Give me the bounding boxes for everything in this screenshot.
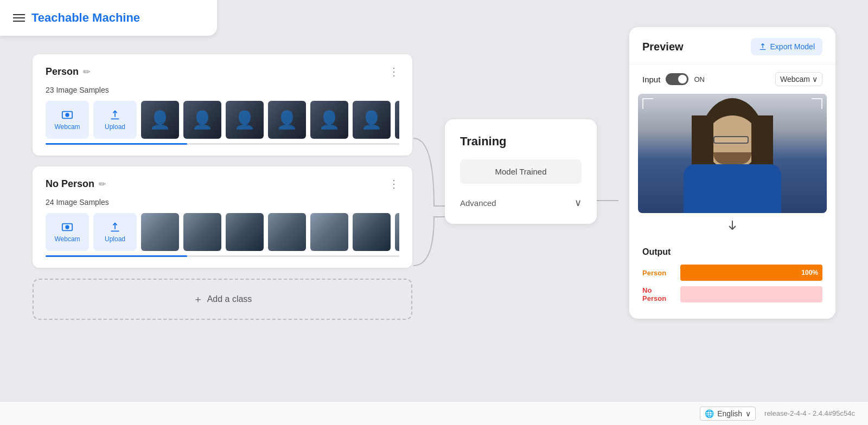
progress-bar-person: 100%	[680, 265, 822, 281]
header: Teachable Machine	[0, 0, 217, 36]
samples-row-person: Webcam Upload	[46, 101, 399, 139]
thumbnail-person-7	[395, 101, 399, 139]
chevron-down-icon-webcam: ∨	[812, 75, 818, 83]
preview-title: Preview	[642, 41, 684, 53]
output-class-name-person: Person	[642, 269, 675, 277]
advanced-row[interactable]: Advanced ∨	[460, 192, 582, 213]
class-header-noperson: No Person ✏ ⋮	[46, 177, 399, 190]
input-toggle[interactable]	[666, 73, 688, 85]
thumbnail-noperson-7	[395, 213, 399, 251]
upload-btn-person[interactable]: Upload	[93, 101, 137, 139]
thumbnail-person-5	[310, 101, 348, 139]
output-row-noperson: No Person	[642, 286, 822, 302]
output-class-name-noperson: No Person	[642, 286, 675, 302]
add-class-card[interactable]: ＋ Add a class	[33, 279, 412, 320]
menu-icon[interactable]	[13, 14, 25, 22]
corner-tl	[642, 98, 653, 109]
class-header-person: Person ✏ ⋮	[46, 65, 399, 78]
upload-btn-noperson[interactable]: Upload	[93, 213, 137, 251]
output-title: Output	[642, 247, 822, 257]
webcam-btn-person[interactable]: Webcam	[46, 101, 89, 139]
training-title: Training	[460, 134, 582, 149]
output-section: Output Person 100% No Person	[629, 240, 835, 319]
chevron-down-icon-lang: ∨	[745, 409, 751, 418]
edit-icon-noperson[interactable]: ✏	[99, 179, 106, 189]
thumbnail-noperson-3	[226, 213, 264, 251]
thumbnail-person-2	[183, 101, 221, 139]
thumbnail-person-4	[268, 101, 306, 139]
chevron-down-icon: ∨	[575, 197, 582, 209]
webcam-btn-noperson[interactable]: Webcam	[46, 213, 89, 251]
scroll-bar-noperson[interactable]	[46, 255, 399, 257]
person-body	[684, 164, 781, 213]
thumbnail-noperson-2	[183, 213, 221, 251]
class-name-row-noperson: No Person ✏	[46, 178, 106, 190]
sample-count-person: 23 Image Samples	[46, 86, 399, 94]
webcam-select[interactable]: Webcam ∨	[775, 72, 822, 86]
preview-panel: Preview Export Model Input ON Webcam ∨	[629, 27, 835, 319]
preview-header: Preview Export Model	[629, 27, 835, 65]
svg-point-1	[65, 113, 69, 117]
svg-point-3	[65, 225, 69, 229]
advanced-label: Advanced	[460, 198, 496, 208]
on-label: ON	[694, 75, 705, 83]
thumbnail-person-1	[141, 101, 179, 139]
more-icon-noperson[interactable]: ⋮	[388, 177, 399, 190]
add-class-label: ＋ Add a class	[193, 293, 252, 306]
thumbnail-person-3	[226, 101, 264, 139]
thumbnail-noperson-1	[141, 213, 179, 251]
more-icon-person[interactable]: ⋮	[388, 65, 399, 78]
output-row-person: Person 100%	[642, 265, 822, 281]
samples-row-noperson: Webcam Upload	[46, 213, 399, 251]
progress-label-person: 100%	[801, 269, 818, 276]
class-name-noperson: No Person	[46, 178, 94, 190]
footer: 🌐 English ∨ release-2-4-4 - 2.4.4#95c54c	[0, 401, 868, 425]
input-row: Input ON Webcam ∨	[629, 65, 835, 94]
class-card-person: Person ✏ ⋮ 23 Image Samples Webcam Uploa…	[33, 54, 412, 156]
model-trained-button[interactable]: Model Trained	[460, 159, 582, 184]
thumbnail-person-6	[353, 101, 391, 139]
class-name-row-person: Person ✏	[46, 66, 90, 78]
export-model-button[interactable]: Export Model	[751, 38, 822, 55]
thumbnail-noperson-5	[310, 213, 348, 251]
thumbnail-noperson-4	[268, 213, 306, 251]
scroll-bar-person[interactable]	[46, 143, 399, 145]
plus-icon: ＋	[193, 293, 203, 306]
thumbnail-noperson-6	[353, 213, 391, 251]
webcam-image	[638, 94, 827, 213]
version-text: release-2-4-4 - 2.4.4#95c54c	[764, 409, 855, 417]
sample-count-noperson: 24 Image Samples	[46, 198, 399, 207]
training-panel: Training Model Trained Advanced ∨	[445, 119, 597, 224]
globe-icon: 🌐	[705, 409, 714, 418]
corner-tr	[812, 98, 822, 109]
webcam-frame	[638, 94, 827, 213]
class-card-noperson: No Person ✏ ⋮ 24 Image Samples Webcam Up…	[33, 166, 412, 268]
input-label: Input	[642, 75, 660, 84]
classes-panel: Person ✏ ⋮ 23 Image Samples Webcam Uploa…	[33, 54, 412, 320]
app-title: Teachable Machine	[31, 11, 140, 25]
edit-icon-person[interactable]: ✏	[83, 67, 90, 77]
language-select[interactable]: 🌐 English ∨	[700, 407, 756, 421]
progress-bar-noperson	[680, 286, 822, 302]
class-name-person: Person	[46, 66, 79, 78]
down-arrow	[629, 213, 835, 240]
